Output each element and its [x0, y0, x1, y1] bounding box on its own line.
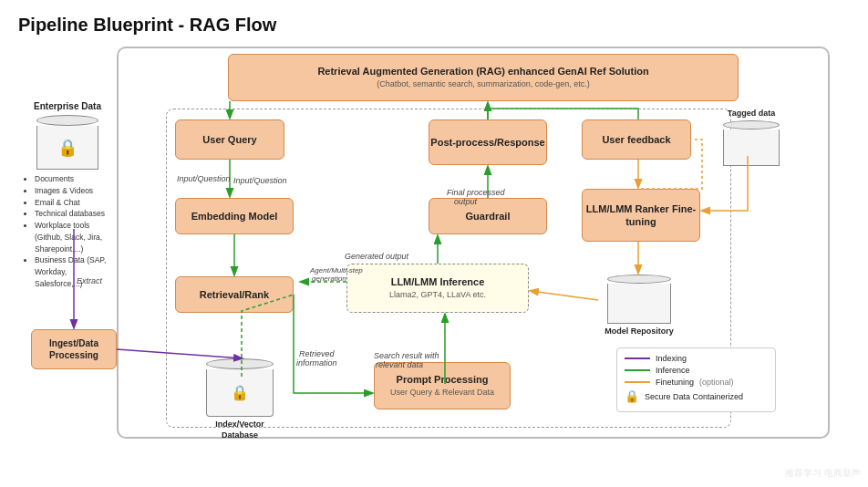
indexing-line [625, 357, 650, 359]
enterprise-cylinder: 🔒 [22, 115, 113, 170]
llm-ranker-label: LLM/LMM Ranker Fine-tuning [583, 202, 699, 229]
model-repo-cylinder-top [607, 275, 671, 284]
tagged-data-label: Tagged data [728, 109, 775, 118]
rag-title: Retrieval Augmented Generation (RAG) enh… [317, 65, 648, 78]
retrieval-rank-label: Retrieval/Rank [200, 288, 269, 301]
index-cylinder-body: 🔒 [206, 369, 274, 417]
guardrail-box: Guardrail [429, 198, 547, 234]
model-repo-cylinder-body [607, 284, 671, 324]
llm-ranker-box: LLM/LMM Ranker Fine-tuning [582, 189, 700, 242]
user-feedback-label: User feedback [602, 133, 670, 146]
guardrail-label: Guardrail [466, 210, 511, 223]
inference-label: Inference [656, 366, 690, 375]
index-lock-icon: 🔒 [231, 384, 249, 401]
indexing-label: Indexing [656, 354, 687, 363]
llm-inference-sublabel: Llama2, GPT4, LLaVA etc. [389, 290, 486, 301]
embedding-model-label: Embedding Model [191, 210, 278, 223]
page-title: Pipeline Blueprint - RAG Flow [18, 15, 850, 36]
finetuning-line [625, 381, 650, 383]
enterprise-list: Documents Images & Videos Email & Chat T… [22, 173, 113, 290]
prompt-processing-sublabel: User Query & Relevant Data [390, 388, 494, 399]
post-process-label: Post-process/Response [430, 136, 544, 149]
rag-solution-box: Retrieval Augmented Generation (RAG) enh… [228, 54, 739, 101]
llm-inference-label: LLM/LMM Inference [391, 275, 485, 288]
watermark: 推荐学习 电商新声 [785, 467, 861, 480]
ingest-box: Ingest/Data Processing [31, 329, 117, 369]
ingest-label: Ingest/Data Processing [32, 337, 116, 361]
cylinder-top [36, 115, 98, 126]
legend-inference: Inference [625, 366, 768, 375]
retrieval-rank-box: Retrieval/Rank [175, 276, 294, 313]
user-feedback-box: User feedback [582, 119, 691, 160]
lock-legend-icon: 🔒 [625, 389, 639, 403]
index-db-label: Index/VectorDatabase [215, 420, 264, 440]
diagram-container: Enterprise Data 🔒 Documents Images & Vid… [18, 47, 839, 448]
enterprise-data-section: Enterprise Data 🔒 Documents Images & Vid… [22, 101, 113, 290]
legend-box: Indexing Inference Finetuning (optional)… [616, 347, 776, 412]
post-process-box: Post-process/Response [429, 119, 547, 165]
legend-secure: 🔒 Secure Data Containerized [625, 389, 768, 403]
enterprise-label: Enterprise Data [22, 101, 113, 111]
secure-label: Secure Data Containerized [645, 392, 743, 401]
embedding-model-box: Embedding Model [175, 198, 294, 234]
lock-icon: 🔒 [57, 138, 78, 158]
user-query-label: User Query [202, 133, 256, 146]
inference-line [625, 369, 650, 371]
legend-finetuning: Finetuning (optional) [625, 378, 768, 387]
tagged-cylinder-body [723, 130, 780, 166]
legend-indexing: Indexing [625, 354, 768, 363]
model-repository-section: Model Repository [598, 275, 680, 336]
tagged-cylinder-top [723, 120, 780, 130]
tagged-data-section: Tagged data [715, 109, 788, 166]
finetuning-label: Finetuning [656, 378, 694, 387]
index-cylinder-top [206, 358, 274, 369]
user-query-box: User Query [175, 119, 284, 160]
rag-subtitle: (Chatbot, semantic search, summarization… [377, 79, 590, 90]
input-question-label: Input/Question [177, 174, 231, 183]
prompt-processing-label: Prompt Processing [397, 373, 489, 386]
optional-label: (optional) [699, 378, 734, 387]
prompt-processing-box: Prompt Processing User Query & Relevant … [374, 362, 511, 409]
llm-inference-box: LLM/LMM Inference Llama2, GPT4, LLaVA et… [346, 264, 529, 313]
cylinder-body: 🔒 [36, 126, 98, 170]
model-repo-label: Model Repository [604, 326, 674, 336]
index-db-section: 🔒 Index/VectorDatabase [199, 358, 281, 440]
